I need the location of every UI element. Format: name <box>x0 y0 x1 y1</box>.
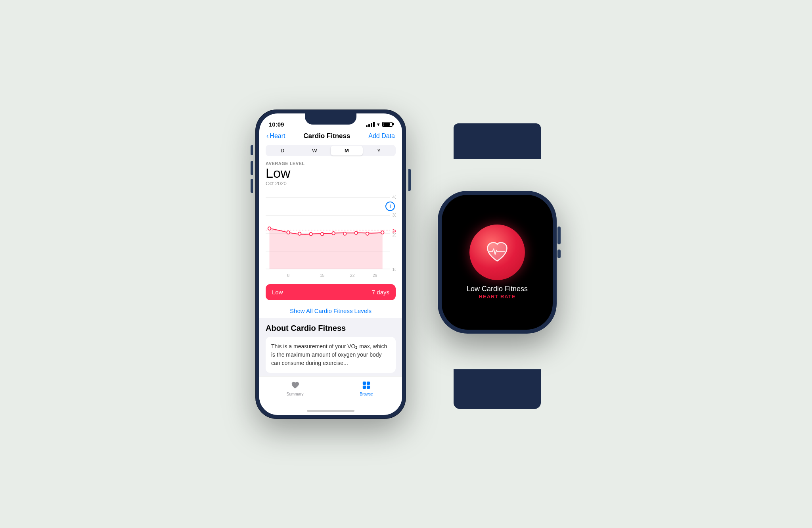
chart-container: 40 30 24 20 10 <box>266 190 396 281</box>
svg-text:40: 40 <box>392 195 396 200</box>
status-icons: ▾ <box>366 121 393 127</box>
nav-title: Cardio Fitness <box>303 132 350 140</box>
fitness-level-bar[interactable]: Low 7 days <box>266 284 396 300</box>
watch-sub-text: HEART RATE <box>467 294 528 300</box>
svg-text:22: 22 <box>350 273 355 278</box>
svg-text:30: 30 <box>392 213 396 217</box>
segment-day[interactable]: D <box>266 146 299 156</box>
iphone-screen: 10:09 ▾ ‹ Heart <box>259 113 402 415</box>
home-indicator <box>259 407 402 415</box>
tab-summary[interactable]: Summary <box>259 380 331 396</box>
svg-point-20 <box>381 231 384 234</box>
watch-strap-bottom <box>454 369 541 409</box>
avg-level-value: Low <box>266 166 396 180</box>
svg-point-14 <box>309 232 312 236</box>
svg-point-18 <box>354 231 358 234</box>
watch-text-area: Low Cardio Fitness HEART RATE <box>467 285 528 300</box>
watch-strap-top <box>454 123 541 159</box>
notch <box>305 113 356 125</box>
about-text: This is a measurement of your VO₂ max, w… <box>271 342 390 367</box>
status-time: 10:09 <box>269 121 284 128</box>
power-button[interactable] <box>408 169 411 191</box>
svg-point-11 <box>268 227 271 230</box>
svg-rect-26 <box>367 382 370 385</box>
svg-point-15 <box>321 232 324 236</box>
svg-rect-25 <box>363 382 366 385</box>
svg-text:15: 15 <box>320 273 325 278</box>
apple-watch: Low Cardio Fitness HEART RATE <box>438 191 557 334</box>
silent-button[interactable] <box>251 145 253 155</box>
svg-text:10: 10 <box>392 267 396 272</box>
nav-bar: ‹ Heart Cardio Fitness Add Data <box>259 130 402 143</box>
back-label: Heart <box>270 132 285 140</box>
back-button[interactable]: ‹ Heart <box>266 132 285 140</box>
svg-rect-27 <box>363 386 366 389</box>
show-levels-link[interactable]: Show All Cardio Fitness Levels <box>259 303 402 318</box>
watch-heart-icon <box>469 225 525 280</box>
fitness-days: 7 days <box>372 289 389 296</box>
scene: 10:09 ▾ ‹ Heart <box>255 109 557 419</box>
svg-point-13 <box>298 232 301 235</box>
watch-main-text: Low Cardio Fitness <box>467 285 528 294</box>
svg-text:8: 8 <box>287 273 289 278</box>
tab-browse-label: Browse <box>360 392 373 396</box>
about-section: About Cardio Fitness This is a measureme… <box>259 318 402 376</box>
wifi-icon: ▾ <box>377 121 380 127</box>
svg-point-16 <box>332 232 335 235</box>
svg-point-12 <box>287 231 290 234</box>
watch-side-button[interactable] <box>557 250 561 258</box>
chart-svg: 40 30 24 20 10 <box>266 190 396 281</box>
browse-icon <box>361 380 372 391</box>
watch-screen: Low Cardio Fitness HEART RATE <box>442 195 553 330</box>
svg-rect-28 <box>367 386 370 389</box>
tab-bar: Summary Browse <box>259 376 402 407</box>
about-title: About Cardio Fitness <box>266 324 396 333</box>
volume-down-button[interactable] <box>251 179 253 193</box>
segment-year[interactable]: Y <box>363 146 395 156</box>
svg-point-17 <box>343 232 347 235</box>
svg-text:20: 20 <box>392 232 396 237</box>
svg-point-19 <box>366 232 369 235</box>
chart-section: AVERAGE LEVEL Low Oct 2020 i <box>259 159 402 281</box>
tab-summary-label: Summary <box>287 392 304 396</box>
add-data-button[interactable]: Add Data <box>368 132 395 140</box>
home-bar <box>307 410 354 412</box>
avg-level-date: Oct 2020 <box>266 180 396 186</box>
about-card: This is a measurement of your VO₂ max, w… <box>266 337 396 373</box>
iphone: 10:09 ▾ ‹ Heart <box>255 109 406 419</box>
iphone-content: 10:09 ▾ ‹ Heart <box>259 113 402 415</box>
volume-up-button[interactable] <box>251 161 253 175</box>
heart-icon <box>289 380 301 391</box>
fitness-level-label: Low <box>272 289 283 296</box>
watch-heart-svg <box>483 238 511 266</box>
svg-text:29: 29 <box>373 273 377 278</box>
watch-wrapper: Low Cardio Fitness HEART RATE <box>438 155 557 373</box>
segment-week[interactable]: W <box>299 146 331 156</box>
segment-month[interactable]: M <box>331 146 363 156</box>
battery-icon <box>382 122 393 127</box>
watch-crown[interactable] <box>557 227 561 244</box>
signal-icon <box>366 122 375 127</box>
tab-browse[interactable]: Browse <box>331 380 402 396</box>
segment-control: D W M Y <box>266 145 396 156</box>
chevron-left-icon: ‹ <box>266 132 268 140</box>
